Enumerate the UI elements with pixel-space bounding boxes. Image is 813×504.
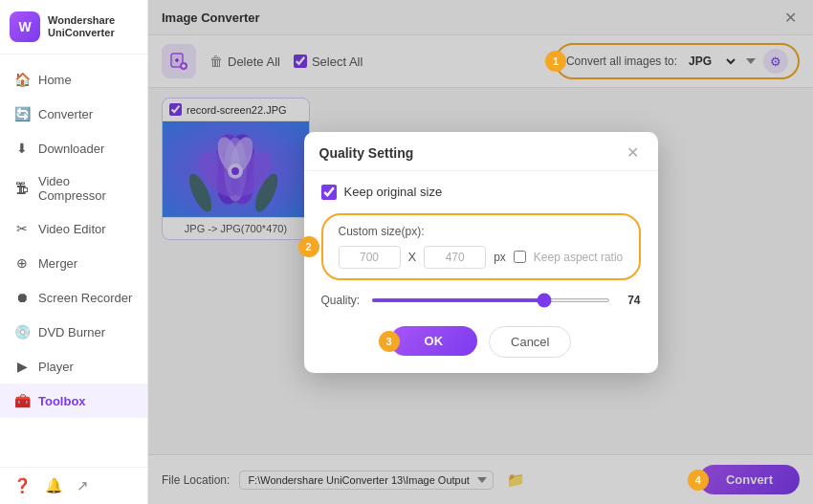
annotation-2: 2 (298, 236, 319, 257)
sidebar-bottom: ❓ 🔔 ↗ (0, 467, 147, 504)
sidebar-item-label: Converter (38, 107, 93, 121)
size-inputs-row: X px Keep aspect ratio (339, 246, 624, 269)
sidebar-item-label: Toolbox (38, 394, 86, 408)
toolbox-icon: 🧰 (13, 392, 31, 409)
editor-icon: ✂ (13, 220, 31, 237)
sidebar-item-video-editor[interactable]: ✂ Video Editor (0, 211, 147, 246)
notification-icon[interactable]: 🔔 (45, 477, 63, 494)
custom-size-label: Custom size(px): (339, 225, 624, 238)
dialog-close-button[interactable]: ✕ (624, 143, 643, 163)
logo-icon: W (10, 11, 40, 42)
sidebar-item-home[interactable]: 🏠 Home (0, 62, 147, 97)
sidebar-item-dvd-burner[interactable]: 💿 DVD Burner (0, 315, 147, 349)
custom-size-section: Custom size(px): X px Keep aspect ratio (321, 213, 641, 280)
quality-row: Quality: 74 (321, 294, 641, 307)
sidebar-item-merger[interactable]: ⊕ Merger (0, 246, 147, 280)
ok-button-wrapper: 3 OK (390, 326, 478, 358)
dialog-titlebar: Quality Setting ✕ (304, 132, 658, 171)
player-icon: ▶ (13, 358, 31, 375)
sidebar: W Wondershare UniConverter 🏠 Home 🔄 Conv… (0, 0, 148, 504)
sidebar-item-label: Video Editor (38, 222, 106, 236)
quality-slider[interactable] (371, 298, 609, 302)
ok-button[interactable]: OK (390, 326, 478, 356)
quality-label: Quality: (321, 294, 361, 307)
dialog-body: Keep original size 2 Custom size(px): X … (304, 171, 658, 373)
app-logo: W Wondershare UniConverter (0, 0, 147, 55)
px-label: px (494, 251, 506, 264)
app-name: Wondershare UniConverter (48, 14, 138, 39)
sidebar-item-label: DVD Burner (38, 325, 105, 340)
sidebar-nav: 🏠 Home 🔄 Converter ⬇ Downloader 🗜 Video … (0, 55, 147, 467)
help-icon[interactable]: ❓ (13, 477, 32, 494)
compressor-icon: 🗜 (13, 180, 31, 197)
keep-original-checkbox[interactable] (321, 185, 337, 200)
x-separator: X (408, 250, 417, 264)
sidebar-item-video-compressor[interactable]: 🗜 Video Compressor (0, 165, 147, 211)
keep-original-label: Keep original size (344, 185, 443, 199)
downloader-icon: ⬇ (13, 140, 31, 157)
sidebar-item-player[interactable]: ▶ Player (0, 349, 147, 383)
cancel-button[interactable]: Cancel (489, 326, 571, 358)
sidebar-item-toolbox[interactable]: 🧰 Toolbox (0, 383, 147, 418)
custom-size-wrapper: 2 Custom size(px): X px Keep aspect rati… (321, 213, 641, 280)
recorder-icon: ⏺ (13, 289, 31, 306)
dvd-icon: 💿 (13, 323, 31, 340)
export-icon[interactable]: ↗ (77, 477, 89, 494)
sidebar-item-label: Video Compressor (38, 174, 134, 203)
converter-icon: 🔄 (13, 105, 31, 122)
sidebar-item-downloader[interactable]: ⬇ Downloader (0, 131, 147, 165)
dialog-overlay: Quality Setting ✕ Keep original size 2 C… (148, 0, 813, 504)
sidebar-item-label: Downloader (38, 142, 104, 156)
keep-aspect-checkbox[interactable] (514, 251, 526, 263)
merger-icon: ⊕ (13, 254, 31, 272)
keep-original-row: Keep original size (321, 185, 641, 200)
quality-value: 74 (622, 294, 641, 307)
sidebar-item-label: Home (38, 73, 72, 87)
dialog-title: Quality Setting (319, 145, 414, 161)
sidebar-item-label: Merger (38, 256, 77, 271)
quality-dialog: Quality Setting ✕ Keep original size 2 C… (304, 132, 658, 373)
height-input[interactable] (424, 246, 486, 269)
keep-aspect-label: Keep aspect ratio (534, 251, 623, 264)
home-icon: 🏠 (13, 71, 31, 88)
dialog-actions: 3 OK Cancel (321, 322, 641, 358)
main-area: Image Converter ✕ 🗑 Delete All Select Al… (148, 0, 813, 504)
width-input[interactable] (339, 246, 401, 269)
sidebar-item-label: Player (38, 360, 74, 374)
sidebar-item-label: Screen Recorder (38, 291, 132, 305)
sidebar-item-screen-recorder[interactable]: ⏺ Screen Recorder (0, 280, 147, 315)
sidebar-item-converter[interactable]: 🔄 Converter (0, 97, 147, 131)
